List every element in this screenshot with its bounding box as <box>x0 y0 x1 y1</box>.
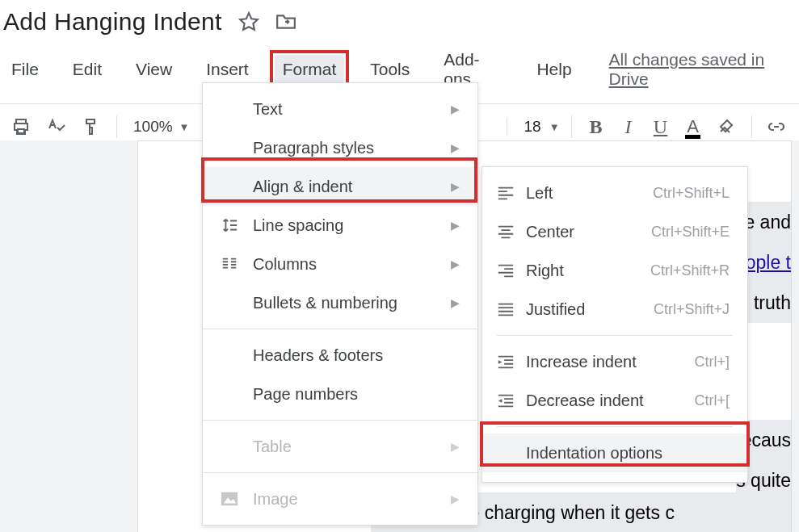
chevron-down-icon: ▼ <box>179 121 190 133</box>
svg-rect-1 <box>221 492 238 506</box>
doc-text-fragment[interactable]: your phone getting hot and after 100% <box>371 525 791 532</box>
menu-label: Align & indent <box>253 178 451 196</box>
save-status[interactable]: All changes saved in Drive <box>609 50 796 89</box>
menu-separator <box>497 335 733 336</box>
format-headers-footers[interactable]: Headers & footers <box>203 336 477 375</box>
format-bullets-numbering[interactable]: Bullets & numbering ▶ <box>203 283 477 322</box>
image-icon <box>221 491 253 507</box>
move-folder-icon[interactable] <box>275 13 296 31</box>
align-left-icon <box>497 185 526 201</box>
menu-label: Justified <box>526 300 654 319</box>
doc-text-fragment[interactable]: ecaus <box>742 420 791 460</box>
increase-indent[interactable]: Increase indent Ctrl+] <box>482 342 747 381</box>
menu-separator <box>203 420 477 421</box>
format-line-spacing[interactable]: Line spacing ▶ <box>203 206 477 245</box>
format-text[interactable]: Text ▶ <box>203 90 477 128</box>
format-table: Table ▶ <box>203 427 477 466</box>
highlight-color-button[interactable] <box>714 114 740 140</box>
align-right[interactable]: Right Ctrl+Shift+R <box>482 251 747 290</box>
shortcut: Ctrl+Shift+L <box>653 185 730 202</box>
star-icon[interactable] <box>238 11 259 32</box>
menu-label: Center <box>526 223 651 241</box>
menu-label: Increase indent <box>526 353 694 371</box>
chevron-right-icon: ▶ <box>451 219 460 232</box>
shortcut: Ctrl+[ <box>694 392 730 409</box>
text-color-button[interactable]: A <box>680 114 706 140</box>
toolbar-separator <box>751 115 752 138</box>
align-left[interactable]: Left Ctrl+Shift+L <box>482 174 747 212</box>
shortcut: Ctrl+Shift+E <box>651 224 730 241</box>
font-size-value: 18 <box>524 118 540 136</box>
menu-tools[interactable]: Tools <box>362 55 418 84</box>
menu-separator <box>203 472 477 473</box>
spellcheck-icon[interactable] <box>44 114 69 140</box>
shortcut: Ctrl+Shift+R <box>650 262 730 279</box>
columns-icon <box>221 255 253 273</box>
format-page-numbers[interactable]: Page numbers <box>203 375 477 413</box>
zoom-dropdown[interactable]: 100% ▼ <box>128 118 194 136</box>
shortcut: Ctrl+Shift+J <box>654 301 730 318</box>
document-title[interactable]: Add Hanging Indent <box>3 8 222 36</box>
menu-help[interactable]: Help <box>528 55 579 84</box>
align-center-icon <box>497 224 526 240</box>
decrease-indent-icon <box>497 392 526 408</box>
bold-button[interactable]: B <box>583 114 609 140</box>
svg-marker-0 <box>240 13 258 30</box>
format-menu-dropdown: Text ▶ Paragraph styles ▶ Align & indent… <box>202 82 478 526</box>
chevron-right-icon: ▶ <box>451 296 460 309</box>
menu-label: Left <box>526 184 653 203</box>
align-justify-icon <box>497 301 526 317</box>
menu-separator <box>497 426 733 427</box>
increase-indent-icon <box>497 354 526 370</box>
decrease-indent[interactable]: Decrease indent Ctrl+[ <box>482 381 747 420</box>
italic-button[interactable]: I <box>616 114 641 140</box>
chevron-right-icon: ▶ <box>451 440 460 453</box>
menu-insert[interactable]: Insert <box>198 55 257 84</box>
chevron-right-icon: ▶ <box>451 258 460 270</box>
paint-format-icon[interactable] <box>79 114 105 140</box>
menu-label: Decrease indent <box>526 392 694 410</box>
menu-label: Table <box>253 438 451 456</box>
format-paragraph-styles[interactable]: Paragraph styles ▶ <box>203 128 477 167</box>
chevron-down-icon: ▼ <box>549 121 560 133</box>
format-columns[interactable]: Columns ▶ <box>203 245 477 283</box>
doc-text-fragment[interactable]: e and <box>744 202 791 242</box>
menu-format[interactable]: Format <box>275 55 345 84</box>
chevron-right-icon: ▶ <box>451 141 460 154</box>
menu-view[interactable]: View <box>128 55 180 84</box>
chevron-right-icon: ▶ <box>451 180 460 193</box>
menu-label: Text <box>253 100 451 119</box>
shortcut: Ctrl+] <box>694 354 730 371</box>
menu-label: Line spacing <box>253 216 451 235</box>
indentation-options[interactable]: Indentation options <box>482 434 747 472</box>
underline-button[interactable]: U <box>648 114 674 140</box>
align-indent-submenu: Left Ctrl+Shift+L Center Ctrl+Shift+E Ri… <box>482 166 748 483</box>
align-center[interactable]: Center Ctrl+Shift+E <box>482 212 747 251</box>
menu-label: Right <box>526 262 650 280</box>
menu-label: Bullets & numbering <box>253 294 451 312</box>
print-icon[interactable] <box>8 114 34 140</box>
chevron-right-icon: ▶ <box>451 103 460 115</box>
menu-label: Headers & footers <box>253 346 460 365</box>
format-align-indent[interactable]: Align & indent ▶ <box>203 167 477 206</box>
chevron-right-icon: ▶ <box>451 492 460 505</box>
zoom-value: 100% <box>133 118 173 136</box>
insert-link-button[interactable] <box>763 114 789 140</box>
menu-label: Columns <box>253 255 451 274</box>
toolbar-separator <box>571 115 572 138</box>
menu-label: Indentation options <box>526 444 730 463</box>
menu-label: Paragraph styles <box>253 139 451 157</box>
toolbar-separator <box>116 115 117 138</box>
menu-file[interactable]: File <box>3 55 47 84</box>
menu-separator <box>203 329 477 329</box>
menu-edit[interactable]: Edit <box>65 55 110 84</box>
line-spacing-icon <box>221 216 253 234</box>
font-size-dropdown[interactable]: 18 ▼ <box>507 118 559 136</box>
format-image: Image ▶ <box>203 480 477 518</box>
menu-label: Page numbers <box>253 385 460 404</box>
align-justified[interactable]: Justified Ctrl+Shift+J <box>482 290 747 329</box>
menu-label: Image <box>253 490 451 509</box>
align-right-icon <box>497 262 526 279</box>
